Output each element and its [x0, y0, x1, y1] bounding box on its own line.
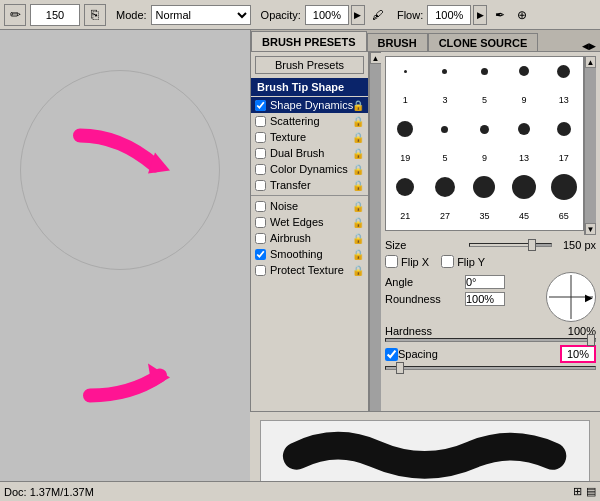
thumb-label-15[interactable]: 65	[544, 202, 583, 230]
thumb-label-9[interactable]: 13	[505, 144, 544, 172]
size-slider[interactable]	[469, 243, 552, 247]
tab-brush[interactable]: BRUSH	[367, 33, 428, 51]
brush-option-shape-dynamics[interactable]: Shape Dynamics 🔒	[251, 97, 368, 113]
brush-option-scattering[interactable]: Scattering 🔒	[251, 113, 368, 129]
hardness-slider-thumb[interactable]	[587, 334, 595, 346]
brush-tool-icon[interactable]: ✏	[4, 4, 26, 26]
thumb-cell-4[interactable]	[505, 57, 544, 85]
status-bar: Doc: 1.37M/1.37M ⊞ ▤	[0, 481, 600, 501]
angle-circle[interactable]: ▶	[546, 272, 596, 322]
flip-row: Flip X Flip Y	[385, 255, 596, 268]
protect-texture-checkbox[interactable]	[255, 265, 266, 276]
roundness-input[interactable]	[465, 292, 505, 306]
thumb-cell-12[interactable]	[426, 173, 465, 201]
thumb-label-7[interactable]: 5	[426, 144, 465, 172]
brush-option-noise[interactable]: Noise 🔒	[251, 198, 368, 214]
thumb-label-14[interactable]: 45	[505, 202, 544, 230]
thumb-cell-1[interactable]	[386, 57, 425, 85]
grid-scroll-up[interactable]: ▲	[585, 56, 596, 68]
scattering-checkbox[interactable]	[255, 116, 266, 127]
thumb-cell-15[interactable]	[544, 173, 583, 201]
grid-scroll-down[interactable]: ▼	[585, 223, 596, 235]
scroll-up[interactable]: ▲	[370, 52, 382, 64]
spacing-checkbox[interactable]	[385, 348, 398, 361]
thumb-cell-3[interactable]	[465, 57, 504, 85]
brush-option-smoothing[interactable]: Smoothing 🔒	[251, 246, 368, 262]
brush-option-wet-edges[interactable]: Wet Edges 🔒	[251, 214, 368, 230]
thumb-cell-14[interactable]	[505, 173, 544, 201]
thumb-cell-10[interactable]	[544, 115, 583, 143]
thumb-cell-13[interactable]	[465, 173, 504, 201]
flip-x-item[interactable]: Flip X	[385, 255, 429, 268]
brush-option-transfer[interactable]: Transfer 🔒	[251, 177, 368, 193]
lock-icon-7: 🔒	[352, 217, 364, 228]
thumb-label-11[interactable]: 21	[386, 202, 425, 230]
thumb-cell-6[interactable]	[386, 115, 425, 143]
opacity-input[interactable]	[305, 5, 349, 25]
thumb-cell-7[interactable]	[426, 115, 465, 143]
smoothing-checkbox[interactable]	[255, 249, 266, 260]
thumb-label-12[interactable]: 27	[426, 202, 465, 230]
flow-input[interactable]	[427, 5, 471, 25]
airbrush-icon[interactable]: 🖋	[369, 6, 387, 24]
wet-edges-checkbox[interactable]	[255, 217, 266, 228]
thumb-cell-8[interactable]	[465, 115, 504, 143]
flow-control: ▶	[427, 5, 487, 25]
flow-arrow[interactable]: ▶	[473, 5, 487, 25]
opacity-label: Opacity:	[261, 9, 301, 21]
spacing-slider-thumb[interactable]	[396, 362, 404, 374]
canvas-area[interactable]	[0, 30, 250, 501]
thumb-cell-9[interactable]	[505, 115, 544, 143]
opacity-control: ▶	[305, 5, 365, 25]
thumb-grid-wrapper: 1 3 5 9 13	[385, 56, 584, 235]
size-slider-thumb[interactable]	[528, 239, 536, 251]
thumb-cell-5[interactable]	[544, 57, 583, 85]
opacity-arrow[interactable]: ▶	[351, 5, 365, 25]
spacing-slider[interactable]	[385, 366, 596, 370]
dual-brush-checkbox[interactable]	[255, 148, 266, 159]
hardness-slider[interactable]	[385, 338, 596, 342]
tab-brush-presets[interactable]: BRUSH PRESETS	[251, 31, 367, 51]
brush-option-protect-texture[interactable]: Protect Texture 🔒	[251, 262, 368, 278]
flip-y-item[interactable]: Flip Y	[441, 255, 485, 268]
color-dynamics-checkbox[interactable]	[255, 164, 266, 175]
shape-dynamics-checkbox[interactable]	[255, 100, 266, 111]
angle-input[interactable]	[465, 275, 505, 289]
texture-checkbox[interactable]	[255, 132, 266, 143]
airbrush-checkbox[interactable]	[255, 233, 266, 244]
thumb-label-13[interactable]: 35	[465, 202, 504, 230]
brush-presets-button[interactable]: Brush Presets	[255, 56, 364, 74]
grid-scrollbar[interactable]: ▲ ▼	[584, 56, 596, 235]
thumb-label-8[interactable]: 9	[465, 144, 504, 172]
thumb-label-4[interactable]: 9	[505, 86, 544, 114]
thumb-label-3[interactable]: 5	[465, 86, 504, 114]
noise-checkbox[interactable]	[255, 201, 266, 212]
tab-clone-source[interactable]: CLONE SOURCE	[428, 33, 539, 51]
thumb-label-2[interactable]: 3	[426, 86, 465, 114]
lock-icon-0: 🔒	[352, 100, 364, 111]
tablet-icon[interactable]: ✒	[491, 6, 509, 24]
flip-y-checkbox[interactable]	[441, 255, 454, 268]
lock-icon-6: 🔒	[352, 201, 364, 212]
brush-option-airbrush[interactable]: Airbrush 🔒	[251, 230, 368, 246]
settings-icon[interactable]: ⊕	[513, 6, 531, 24]
brush-option-texture[interactable]: Texture 🔒	[251, 129, 368, 145]
thumb-label-5[interactable]: 13	[544, 86, 583, 114]
grid-scroll-thumb[interactable]	[585, 68, 596, 223]
thumb-cell-2[interactable]	[426, 57, 465, 85]
brush-dot-3	[481, 68, 488, 75]
lock-icon-3: 🔒	[352, 148, 364, 159]
main-area: BRUSH PRESETS BRUSH CLONE SOURCE ◀▶ Brus…	[0, 30, 600, 501]
transfer-checkbox[interactable]	[255, 180, 266, 191]
thumb-label-10[interactable]: 17	[544, 144, 583, 172]
mode-select[interactable]: Normal Dissolve Multiply	[151, 5, 251, 25]
clone-icon[interactable]: ⎘	[84, 4, 106, 26]
thumb-label-6[interactable]: 19	[386, 144, 425, 172]
brush-option-dual-brush[interactable]: Dual Brush 🔒	[251, 145, 368, 161]
flip-y-label: Flip Y	[457, 256, 485, 268]
brush-dot-4	[519, 66, 529, 76]
flip-x-checkbox[interactable]	[385, 255, 398, 268]
brush-option-color-dynamics[interactable]: Color Dynamics 🔒	[251, 161, 368, 177]
thumb-cell-11[interactable]	[386, 173, 425, 201]
thumb-label-1[interactable]: 1	[386, 86, 425, 114]
